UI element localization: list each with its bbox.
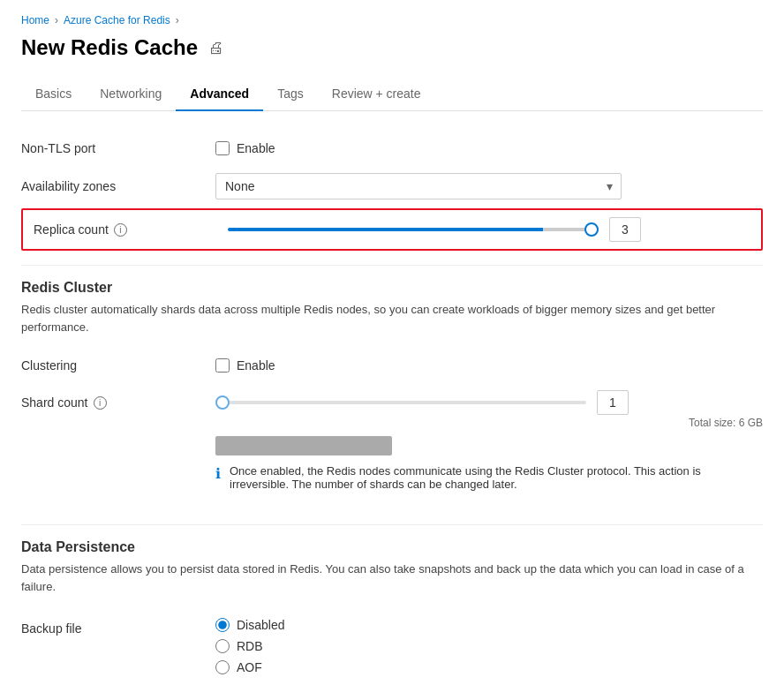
divider-2: [21, 524, 763, 525]
print-icon[interactable]: 🖨: [208, 39, 224, 57]
backup-file-control: Disabled RDB AOF: [215, 618, 763, 674]
backup-radio-rdb[interactable]: [215, 639, 230, 653]
tab-tags[interactable]: Tags: [263, 78, 318, 111]
divider-1: [21, 265, 763, 266]
redis-cluster-title: Redis Cluster: [21, 280, 763, 296]
shard-count-info-icon[interactable]: i: [94, 396, 107, 410]
clustering-checkbox[interactable]: [215, 358, 230, 373]
replica-count-info-icon[interactable]: i: [114, 223, 127, 237]
non-tls-checkbox[interactable]: [215, 141, 230, 155]
backup-file-label: Backup file: [21, 618, 215, 636]
availability-zones-control: None 1 2 3: [215, 173, 763, 199]
replica-count-label: Replica count i: [34, 222, 228, 237]
clustering-control: Enable: [215, 358, 763, 373]
backup-option-rdb[interactable]: RDB: [215, 639, 763, 653]
non-tls-checkbox-label: Enable: [237, 141, 275, 155]
data-persistence-section: Data Persistence Data persistence allows…: [21, 539, 763, 683]
non-tls-row: Non-TLS port Enable: [21, 132, 763, 164]
backup-radio-disabled[interactable]: [215, 618, 230, 632]
cluster-info-box: ℹ Once enabled, the Redis nodes communic…: [215, 464, 763, 491]
breadcrumb-parent[interactable]: Azure Cache for Redis: [64, 14, 170, 26]
tab-review-create[interactable]: Review + create: [318, 78, 435, 111]
redis-cluster-desc: Redis cluster automatically shards data …: [21, 301, 763, 335]
data-persistence-title: Data Persistence: [21, 539, 763, 555]
total-size-text: Total size: 6 GB: [215, 417, 763, 429]
backup-label-rdb: RDB: [237, 639, 263, 653]
page-title-row: New Redis Cache 🖨: [21, 35, 763, 60]
backup-radio-group: Disabled RDB AOF: [215, 618, 763, 674]
backup-label-aof: AOF: [237, 660, 262, 674]
non-tls-label: Non-TLS port: [21, 141, 215, 155]
availability-zones-label: Availability zones: [21, 179, 215, 193]
breadcrumb-home[interactable]: Home: [21, 14, 49, 26]
backup-file-row: Backup file Disabled RDB AOF: [21, 609, 763, 683]
breadcrumb: Home › Azure Cache for Redis ›: [21, 14, 763, 26]
shard-count-value: 1: [597, 390, 629, 415]
redis-cluster-section: Redis Cluster Redis cluster automaticall…: [21, 280, 763, 500]
tab-networking[interactable]: Networking: [86, 78, 176, 111]
non-tls-control: Enable: [215, 141, 763, 155]
tab-basics[interactable]: Basics: [21, 78, 86, 111]
replica-count-row: Replica count i 3: [21, 208, 763, 251]
shard-count-label: Shard count i: [21, 390, 215, 410]
clustering-row: Clustering Enable: [21, 350, 763, 381]
shard-top: 1: [215, 390, 763, 415]
replica-count-value: 3: [609, 217, 641, 242]
tabs-nav: Basics Networking Advanced Tags Review +…: [21, 78, 763, 111]
data-persistence-desc: Data persistence allows you to persist d…: [21, 561, 763, 595]
replica-count-slider[interactable]: [228, 228, 599, 231]
clustering-checkbox-label: Enable: [237, 358, 275, 373]
backup-option-aof[interactable]: AOF: [215, 660, 763, 674]
availability-zones-select-wrapper: None 1 2 3: [215, 173, 622, 199]
replica-count-control: 3: [228, 217, 750, 242]
backup-radio-aof[interactable]: [215, 660, 230, 674]
availability-zones-row: Availability zones None 1 2 3: [21, 164, 763, 208]
shard-count-row: Shard count i 1 Total size: 6 GB ℹ Once …: [21, 381, 763, 500]
availability-zones-select[interactable]: None 1 2 3: [215, 173, 622, 199]
page-title: New Redis Cache: [21, 35, 198, 60]
cluster-info-icon: ℹ: [215, 465, 221, 482]
clustering-label: Clustering: [21, 358, 215, 373]
shard-count-slider[interactable]: [215, 401, 586, 404]
shard-count-control: 1 Total size: 6 GB ℹ Once enabled, the R…: [215, 390, 763, 491]
tab-advanced[interactable]: Advanced: [176, 78, 263, 111]
backup-option-disabled[interactable]: Disabled: [215, 618, 763, 632]
shard-bar-visual: [215, 436, 392, 455]
cluster-info-text: Once enabled, the Redis nodes communicat…: [230, 464, 763, 491]
backup-label-disabled: Disabled: [237, 618, 284, 632]
